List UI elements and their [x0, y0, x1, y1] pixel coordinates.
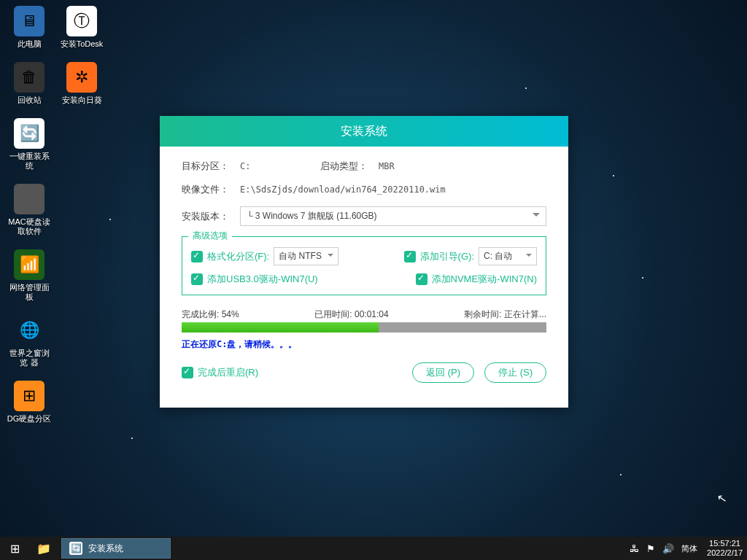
advanced-options-group: 高级选项 格式化分区(F): 自动 NTFS 添加引导(G): C: 自动 添加… [182, 236, 546, 295]
clock[interactable]: 15:57:21 2022/2/17 [707, 539, 743, 558]
install-version-dropdown[interactable]: └ 3 Windows 7 旗舰版 (11.60GB) [240, 206, 546, 226]
boot-type-value: MBR [379, 161, 395, 171]
install-version-label: 安装版本： [182, 210, 240, 223]
network-icon[interactable]: 🖧 [630, 543, 639, 554]
restart-checkbox[interactable] [182, 367, 193, 378]
icon-label: 网络管理面板 [6, 283, 53, 302]
progress-percent: 54% [222, 309, 239, 319]
desktop-icon[interactable]: 🖥此电脑 [6, 6, 53, 49]
app-icon: 🗑 [14, 62, 44, 93]
boot-checkbox[interactable] [404, 251, 416, 262]
desktop-icons-col2: Ⓣ安装ToDesk✲安装向日葵 [58, 6, 105, 118]
image-file-value: E:\SdsZjds/download/win764_20220110.wim [240, 184, 446, 195]
image-file-label: 映像文件： [182, 183, 240, 196]
app-icon: Ⓣ [66, 6, 97, 36]
desktop-icon[interactable]: ⊞DG硬盘分区 [6, 381, 53, 424]
format-partition-option[interactable]: 格式化分区(F): 自动 NTFS [191, 247, 338, 265]
boot-type-label: 启动类型： [320, 160, 379, 173]
app-icon: ⊞ [14, 381, 44, 411]
file-explorer-icon[interactable]: 📁 [29, 537, 58, 560]
nvme-checkbox[interactable] [416, 273, 427, 285]
desktop-icon[interactable]: 🌐世界之窗浏览 器 [6, 315, 53, 368]
app-icon: ✲ [66, 62, 97, 93]
target-partition-value: C: [240, 161, 320, 171]
progress-bar [182, 322, 546, 332]
system-tray: 🖧 ⚑ 🔊 简体 15:57:21 2022/2/17 [626, 539, 747, 558]
app-icon [14, 184, 44, 214]
remaining-time: 正在计算... [504, 309, 546, 319]
icon-label: 此电脑 [6, 39, 53, 49]
icon-label: 回收站 [6, 96, 53, 105]
app-icon: 🖥 [14, 6, 44, 36]
restart-after-option[interactable]: 完成后重启(R) [182, 366, 258, 379]
elapsed-time: 00:01:04 [355, 309, 389, 319]
cursor-icon: ↖ [716, 491, 727, 506]
format-type-select[interactable]: 自动 NTFS [274, 247, 338, 265]
window-title: 安装系统 [160, 116, 568, 147]
usb3-driver-option[interactable]: 添加USB3.0驱动-WIN7(U) [191, 273, 318, 286]
status-text: 正在还原C:盘，请稍候。。。 [182, 338, 546, 351]
add-boot-option[interactable]: 添加引导(G): C: 自动 [404, 247, 537, 265]
app-icon: 📶 [14, 249, 44, 280]
app-icon: 🔄 [14, 118, 44, 149]
desktop-icon[interactable]: Ⓣ安装ToDesk [58, 6, 105, 49]
icon-label: 安装ToDesk [58, 39, 105, 49]
progress-info: 完成比例: 54% 已用时间: 00:01:04 剩余时间: 正在计算... [182, 308, 546, 321]
desktop-icons-col1: 🖥此电脑🗑回收站🔄一键重装系统MAC硬盘读 取软件📶网络管理面板🌐世界之窗浏览 … [6, 6, 53, 437]
icon-label: DG硬盘分区 [6, 414, 53, 424]
icon-label: 世界之窗浏览 器 [6, 349, 53, 368]
app-icon: 🌐 [14, 315, 44, 346]
format-checkbox[interactable] [191, 251, 203, 262]
progress-fill [182, 322, 379, 332]
desktop-icon[interactable]: MAC硬盘读 取软件 [6, 184, 53, 236]
stop-button[interactable]: 停止 (S) [484, 362, 546, 383]
app-icon: 🔄 [69, 542, 82, 555]
desktop-icon[interactable]: 📶网络管理面板 [6, 249, 53, 302]
icon-label: 一键重装系统 [6, 152, 53, 171]
taskbar: ⊞ 📁 🔄 安装系统 🖧 ⚑ 🔊 简体 15:57:21 2022/2/17 [0, 537, 747, 560]
desktop-icon[interactable]: ✲安装向日葵 [58, 62, 105, 105]
back-button[interactable]: 返回 (P) [412, 362, 474, 383]
target-partition-label: 目标分区： [182, 160, 240, 173]
start-button[interactable]: ⊞ [0, 537, 29, 560]
install-window: 安装系统 目标分区： C: 启动类型： MBR 映像文件： E:\SdsZjds… [160, 116, 568, 408]
usb3-checkbox[interactable] [191, 273, 203, 285]
desktop-icon[interactable]: 🔄一键重装系统 [6, 118, 53, 171]
action-center-icon[interactable]: ⚑ [646, 543, 655, 554]
volume-icon[interactable]: 🔊 [662, 543, 674, 554]
taskbar-app-button[interactable]: 🔄 安装系统 [61, 538, 171, 559]
boot-drive-select[interactable]: C: 自动 [479, 247, 537, 265]
icon-label: MAC硬盘读 取软件 [6, 217, 53, 236]
icon-label: 安装向日葵 [58, 96, 105, 105]
advanced-options-legend: 高级选项 [188, 230, 232, 242]
desktop-icon[interactable]: 🗑回收站 [6, 62, 53, 105]
ime-indicator[interactable]: 简体 [681, 543, 697, 554]
nvme-driver-option[interactable]: 添加NVME驱动-WIN7(N) [416, 273, 537, 286]
